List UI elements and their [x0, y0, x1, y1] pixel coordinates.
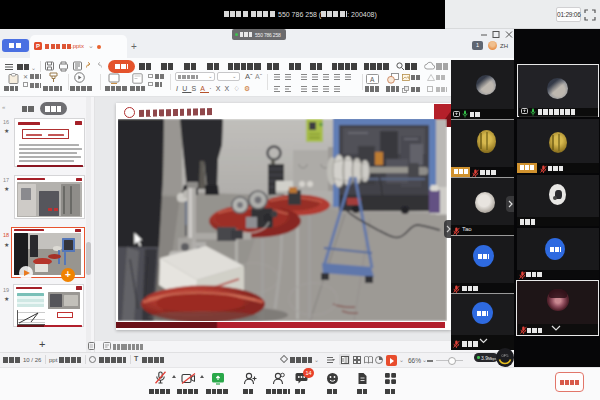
svg-text:0F5: 0F5: [502, 353, 510, 358]
svg-text:A: A: [370, 75, 375, 82]
